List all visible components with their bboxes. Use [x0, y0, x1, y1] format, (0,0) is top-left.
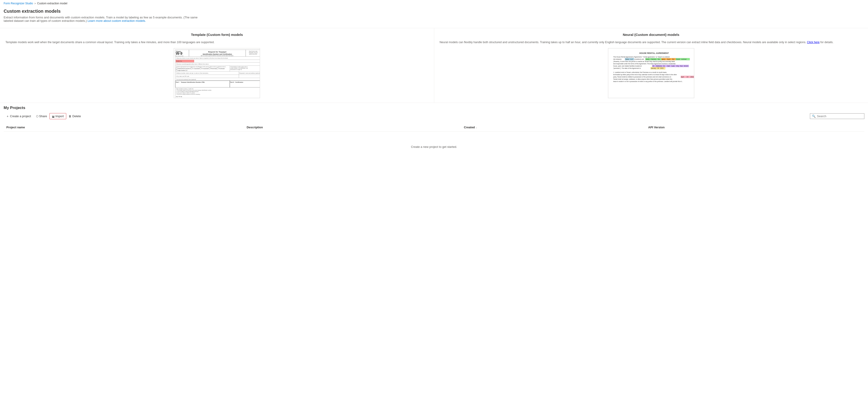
template-model-title: Template (Custom form) models	[5, 33, 429, 36]
template-model-description: Template models work well when the targe…	[5, 40, 429, 45]
svg-text:2021: 2021	[660, 67, 664, 69]
share-icon: ⬡	[36, 115, 38, 118]
svg-text:April: April	[681, 76, 684, 78]
svg-text:contract: contract	[681, 58, 686, 60]
share-label: Share	[39, 114, 47, 118]
template-model-column: Template (Custom form) models Template m…	[0, 28, 434, 103]
page-description: Extract information from forms and docum…	[4, 16, 208, 23]
column-project-name: Project name	[4, 123, 244, 132]
svg-text:Salt: Salt	[667, 65, 670, 67]
search-input[interactable]	[817, 114, 862, 118]
page-title: Custom extraction models	[4, 9, 864, 14]
svg-text:15: 15	[687, 76, 688, 78]
projects-section: My Projects ＋ Create a project ⬡ Share ⬓…	[0, 106, 868, 162]
svg-text:Request for Taxpayer: Request for Taxpayer	[208, 51, 227, 53]
search-box[interactable]: 🔍	[810, 113, 864, 119]
svg-text:Opavi: Opavi	[625, 58, 629, 60]
svg-text:party. Tenant shall be entitle: party. Tenant shall be entitled to posse…	[613, 76, 671, 78]
svg-text:lease to reside in or be in po: lease to reside in or be in possession o…	[613, 81, 683, 82]
svg-text:Partnership: Partnership	[211, 68, 217, 69]
projects-title: My Projects	[4, 106, 864, 110]
svg-text:Syrie: Syrie	[667, 58, 671, 60]
svg-text:into between: into between	[613, 58, 622, 60]
svg-text:Samy: Samy	[646, 58, 650, 60]
svg-text:HOUSE RENTAL AGREEMENT: HOUSE RENTAL AGREEMENT	[639, 52, 669, 54]
svg-text:Individual/sole proprietor or: Individual/sole proprietor or	[178, 68, 191, 69]
svg-text:City: City	[676, 65, 679, 67]
svg-text:3. I am a U.S. citizen or othe: 3. I am a U.S. citizen or other U.S. per…	[176, 92, 195, 94]
svg-text:send to the IRS.: send to the IRS.	[249, 53, 257, 55]
svg-rect-29	[209, 68, 210, 69]
table-header: Project name Description Created ↓ API V…	[4, 123, 864, 132]
svg-text:3 Check appropriate box for fe: 3 Check appropriate box for federal tax …	[176, 66, 226, 67]
neural-model-description: Neural models can flexibly handle both s…	[440, 40, 863, 45]
svg-text:Lake: Lake	[672, 65, 675, 67]
learn-more-link[interactable]: Learn more about custom extraction model…	[88, 19, 146, 23]
svg-text:Sign Here ▶: Sign Here ▶	[176, 96, 182, 97]
svg-text:Tenant shall not assign, suble: Tenant shall not assign, sublease, or al…	[613, 78, 673, 80]
svg-text:S Corporation: S Corporation	[202, 68, 209, 69]
svg-text:Part II: Part II	[230, 82, 234, 83]
delete-icon: 🗑	[69, 115, 71, 118]
svg-text:Trust/estate: Trust/estate	[219, 68, 225, 69]
svg-text:that: that	[680, 65, 683, 67]
svg-text:Camera: Camera	[651, 58, 656, 60]
table-header-row: Project name Description Created ↓ API V…	[4, 123, 864, 132]
breadcrumb-home-link[interactable]: Form Recognizer Studio	[4, 2, 33, 5]
neural-model-preview: HOUSE RENTAL AGREEMENT This House Rental…	[608, 48, 694, 98]
import-button[interactable]: ⬓ Import	[50, 113, 66, 119]
projects-toolbar: ＋ Create a project ⬡ Share ⬓ Import 🗑 De…	[4, 113, 864, 120]
svg-text:Rev. October 2018: Rev. October 2018	[176, 55, 184, 57]
neural-model-title: Neural (Custom document) models	[440, 33, 863, 36]
svg-text:and responsible under the term: and responsible under the terms of this …	[613, 63, 676, 65]
svg-text:instructions on page 3):: instructions on page 3):	[230, 69, 242, 70]
svg-text:C Corporation: C Corporation	[193, 68, 199, 69]
svg-text:2. I am not subject to backup : 2. I am not subject to backup withholdin…	[176, 91, 199, 92]
svg-text:7 List account number(s) here : 7 List account number(s) here (optional)	[176, 79, 196, 80]
svg-text:2021: 2021	[690, 76, 694, 78]
svg-text:43: 43	[652, 65, 654, 67]
svg-text:the: the	[672, 58, 674, 60]
rental-agreement-svg: HOUSE RENTAL AGREEMENT This House Rental…	[611, 50, 694, 98]
svg-text:4. The FATCA code(s) entered o: 4. The FATCA code(s) entered on this for…	[176, 94, 200, 95]
column-description: Description	[244, 123, 461, 132]
svg-text:Identification Number and Cert: Identification Number and Certification	[203, 53, 232, 55]
svg-text:"premises"). The date of this : "premises"). The date of this Agreement …	[613, 67, 641, 69]
neural-click-here-link[interactable]: Click here	[807, 41, 820, 44]
svg-text:1 Name (as shown on your incom: 1 Name (as shown on your income tax retu…	[176, 57, 228, 59]
w9-form-svg: Form W-9 Rev. October 2018 Request for T…	[175, 49, 260, 98]
template-model-preview: Form W-9 Rev. October 2018 Request for T…	[174, 48, 260, 98]
breadcrumb-current: Custom extraction model	[37, 2, 67, 5]
svg-text:January: January	[651, 67, 656, 69]
svg-rect-21	[176, 68, 177, 69]
svg-text:1.    Landlord rents to Tenant: 1. Landlord rents to Tenant, unfurnished…	[613, 71, 667, 73]
create-project-label: Create a project	[10, 114, 31, 118]
empty-message: Create a new project to get started.	[4, 132, 864, 162]
svg-text:5 Address (number, street, and: 5 Address (number, street, and apt. or s…	[176, 72, 209, 74]
svg-text:Taxpayer Identification Number: Taxpayer Identification Number (TIN)	[181, 82, 205, 83]
projects-table: Project name Description Created ↓ API V…	[4, 123, 864, 132]
svg-text:(Landlord) and: (Landlord) and	[634, 58, 644, 60]
neural-model-image-container: HOUSE RENTAL AGREEMENT This House Rental…	[440, 48, 863, 98]
delete-label: Delete	[72, 114, 81, 118]
svg-rect-23	[176, 69, 177, 71]
svg-text:30: 30	[657, 67, 659, 69]
svg-text:Certification: Certification	[235, 82, 243, 83]
svg-rect-27	[200, 68, 201, 69]
svg-text:Arctex Inc.: Arctex Inc.	[176, 60, 182, 62]
svg-text:Dr.: Dr.	[663, 65, 665, 67]
svg-text:his: his	[658, 58, 660, 60]
svg-text:W-9: W-9	[176, 52, 182, 55]
column-created[interactable]: Created ↓	[461, 123, 646, 132]
svg-rect-43	[239, 75, 260, 78]
share-button[interactable]: ⬡ Share	[34, 113, 50, 119]
delete-button[interactable]: 🗑 Delete	[66, 113, 84, 119]
neural-description-text: Neural models can flexibly handle both s…	[440, 41, 806, 44]
sort-icon: ↓	[476, 126, 477, 129]
svg-text:Serait: Serait	[676, 58, 680, 60]
import-label: Import	[55, 114, 64, 118]
create-project-button[interactable]: ＋ Create a project	[4, 113, 34, 120]
svg-text:2 Business name/disregarded en: 2 Business name/disregarded entity name,…	[176, 63, 209, 65]
search-container: 🔍	[810, 113, 864, 119]
svg-rect-49	[230, 81, 260, 87]
